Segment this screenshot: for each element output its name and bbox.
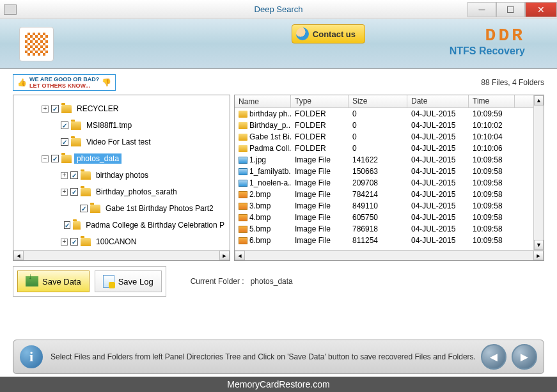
checkbox[interactable] [70,238,78,246]
close-button[interactable]: ✕ [525,2,557,17]
checkbox[interactable] [80,205,88,212]
tree-label: RECYCLER [74,104,121,114]
tree-item[interactable]: Padma College & Birthday Celebration P [16,217,227,233]
col-name[interactable]: Name [235,95,291,107]
col-size[interactable]: Size [349,95,407,107]
table-row[interactable]: Padma Coll...FOLDER004-JUL-201510:10:06 [235,143,544,154]
folder-icon [81,188,91,196]
image-file-icon [239,203,247,210]
tree-item[interactable]: +birthday photos [16,167,227,184]
save-icon [26,276,38,286]
checkbox[interactable] [70,171,78,179]
col-date[interactable]: Date [407,95,469,107]
brand-name: DDR [450,26,525,45]
expander-icon[interactable]: + [61,189,68,196]
folder-icon [61,155,72,163]
tree-item[interactable]: MSI88ff1.tmp [16,117,227,134]
folder-icon [73,221,81,230]
checkbox[interactable] [61,122,68,129]
image-file-icon [239,214,247,221]
watermark: MemoryCardRestore.com [0,377,557,392]
current-folder: Current Folder : photos_data [191,277,293,286]
maximize-button[interactable]: ☐ [496,2,525,17]
app-logo [19,27,54,61]
checkbox[interactable] [61,138,68,146]
tree-item[interactable]: −photos_data [16,150,227,167]
tree-label: Padma College & Birthday Celebration P [83,220,227,230]
footer-bar: i Select Files and Folders from left Pan… [13,340,544,374]
checkbox[interactable] [64,221,70,229]
tree-label: Birthday_photos_sarath [93,187,180,197]
folder-icon [239,122,247,129]
image-file-icon [239,226,247,233]
footer-text: Select Files and Folders from left Panel… [51,352,476,361]
tree-panel: +RECYCLERMSI88ff1.tmpVideo For Last test… [13,95,230,261]
table-row[interactable]: 5.bmpImage File78691804-JUL-201510:09:58 [235,223,544,235]
next-button[interactable]: ► [512,344,537,370]
folder-icon [71,122,81,130]
expander-icon[interactable]: − [42,155,49,162]
file-table-body[interactable]: birthday ph...FOLDER004-JUL-201510:09:59… [235,108,544,246]
folder-icon [239,111,247,118]
tree-label: MSI88ff1.tmp [84,120,134,130]
file-vscroll[interactable]: ▲▼ [533,95,544,250]
save-data-label: Save Data [42,277,81,286]
checkbox[interactable] [70,188,78,196]
table-row[interactable]: 1_familyatb...Image File15066304-JUL-201… [235,166,544,177]
brand-block: DDR NTFS Recovery [450,26,525,57]
app-icon [4,4,17,15]
table-row[interactable]: 4.bmpImage File60575004-JUL-201510:09:58 [235,212,544,223]
col-type[interactable]: Type [291,95,349,107]
log-icon [103,275,114,288]
table-row[interactable]: 3.bmpImage File84911004-JUL-201510:09:58 [235,200,544,212]
folder-icon [239,134,247,141]
checkbox[interactable] [51,155,59,162]
table-row[interactable]: 6.bmpImage File81125404-JUL-201510:09:58 [235,235,544,246]
folder-icon [90,205,100,213]
feedback-line1: WE ARE GOOD OR BAD? [29,76,99,82]
file-hscroll[interactable]: ◄► [235,250,544,260]
tree-label: Video For Last test [84,137,153,147]
person-icon [296,27,309,40]
thumbs-down-icon: 👎 [102,78,111,87]
thumbs-up-icon: 👍 [17,78,27,87]
tree-item[interactable]: Video For Last test [16,134,227,150]
prev-button[interactable]: ◄ [481,344,506,370]
image-file-icon [239,191,247,198]
table-row[interactable]: Gabe 1st Bi...FOLDER004-JUL-201510:10:04 [235,131,544,143]
folder-icon [61,105,72,113]
save-log-button[interactable]: Save Log [95,270,162,292]
expander-icon[interactable]: + [42,106,49,113]
tree-item[interactable]: +100CANON [16,233,227,249]
directory-tree[interactable]: +RECYCLERMSI88ff1.tmpVideo For Last test… [13,95,230,249]
save-log-label: Save Log [118,277,153,286]
image-file-icon [239,157,247,164]
tree-label: 100CANON [93,237,139,247]
image-file-icon [239,168,247,175]
table-row[interactable]: Birthday_p...FOLDER004-JUL-201510:10:02 [235,120,544,131]
save-data-button[interactable]: Save Data [17,270,90,292]
table-row[interactable]: birthday ph...FOLDER004-JUL-201510:09:59 [235,108,544,120]
table-row[interactable]: 1_noelen-a...Image File20970804-JUL-2015… [235,177,544,189]
expander-icon[interactable]: + [61,239,68,246]
expander-icon[interactable]: + [61,172,68,179]
image-file-icon [239,237,247,244]
table-row[interactable]: 1.jpgImage File14162204-JUL-201510:09:58 [235,154,544,166]
banner: Contact us DDR NTFS Recovery [0,19,557,69]
tree-hscroll[interactable]: ◄► [13,250,230,260]
tree-label: photos_data [74,153,122,164]
tree-item[interactable]: +Birthday_photos_sarath [16,184,227,200]
brand-subtitle: NTFS Recovery [450,45,525,57]
minimize-button[interactable]: ─ [467,2,496,17]
feedback-line2: LET OTHERS KNOW... [29,82,99,89]
col-time[interactable]: Time [469,95,515,107]
table-row[interactable]: 2.bmpImage File78421404-JUL-201510:09:58 [235,189,544,200]
checkbox[interactable] [51,105,59,113]
file-table-header[interactable]: Name Type Size Date Time [235,95,544,108]
info-icon: i [20,345,43,368]
tree-item[interactable]: Gabe 1st Birthday Photos Part2 [16,200,227,217]
tree-label: Gabe 1st Birthday Photos Part2 [103,203,216,214]
feedback-banner[interactable]: 👍 WE ARE GOOD OR BAD? LET OTHERS KNOW...… [13,74,116,91]
contact-us-button[interactable]: Contact us [292,24,365,43]
tree-item[interactable]: +RECYCLER [16,100,227,117]
